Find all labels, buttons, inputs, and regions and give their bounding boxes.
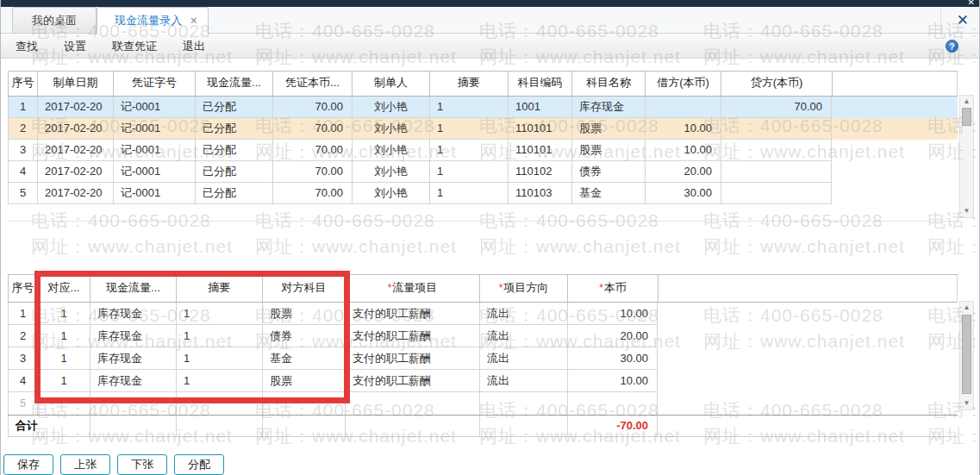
voucher-grid-row[interactable]: 52017-02-20记-0001已分配70.00刘小艳1110103基金30.… bbox=[8, 183, 958, 204]
table-cell[interactable]: 刘小艳 bbox=[352, 161, 429, 183]
table-cell[interactable]: 基金 bbox=[571, 183, 645, 204]
table-cell[interactable]: 流出 bbox=[479, 325, 567, 347]
table-cell[interactable]: 支付的职工薪酬 bbox=[345, 347, 479, 370]
toolbar-item-2[interactable]: 联查凭证 bbox=[112, 34, 157, 59]
table-cell[interactable] bbox=[262, 392, 345, 415]
table-cell[interactable]: 2017-02-20 bbox=[37, 140, 113, 161]
save-button[interactable]: 保存 bbox=[3, 454, 53, 475]
table-cell[interactable]: 2 bbox=[8, 118, 37, 140]
table-cell[interactable] bbox=[345, 392, 479, 415]
table-cell[interactable]: 库存现金 bbox=[571, 97, 645, 118]
table-cell[interactable]: 70.00 bbox=[721, 97, 832, 118]
tab-close-icon[interactable]: × bbox=[190, 14, 197, 27]
table-cell[interactable]: 1001 bbox=[508, 97, 571, 118]
table-cell[interactable]: 10.00 bbox=[567, 370, 658, 392]
table-cell[interactable] bbox=[90, 392, 176, 415]
table-cell[interactable]: 流出 bbox=[479, 303, 567, 325]
detail-grid-row[interactable]: 41库存现金1股票支付的职工薪酬流出10.00 bbox=[8, 370, 958, 392]
table-cell[interactable]: 1 bbox=[429, 118, 508, 140]
table-cell[interactable]: 110102 bbox=[508, 161, 571, 183]
toolbar-item-0[interactable]: 查找 bbox=[16, 34, 38, 59]
table-cell[interactable]: 1 bbox=[429, 183, 508, 204]
table-cell[interactable]: 3 bbox=[8, 347, 37, 370]
table-cell[interactable]: 1 bbox=[429, 97, 508, 118]
tab-item-0[interactable]: 我的桌面 bbox=[12, 7, 97, 33]
table-cell[interactable]: 刘小艳 bbox=[352, 118, 429, 140]
voucher-grid-row[interactable]: 32017-02-20记-0001已分配70.00刘小艳1110101股票10.… bbox=[8, 140, 958, 161]
scroll-up-icon[interactable]: ▲ bbox=[960, 302, 973, 314]
table-cell[interactable]: 库存现金 bbox=[90, 370, 176, 392]
table-cell[interactable]: 1 bbox=[37, 303, 90, 325]
window-close-icon[interactable]: ✕ bbox=[968, 0, 975, 7]
table-cell[interactable]: 1 bbox=[37, 347, 90, 370]
detail-grid-row[interactable]: 21库存现金1债券支付的职工薪酬流出20.00 bbox=[8, 325, 958, 347]
table-cell[interactable]: 支付的职工薪酬 bbox=[345, 325, 479, 347]
table-cell[interactable]: 70.00 bbox=[272, 140, 352, 161]
table-cell[interactable]: 30.00 bbox=[567, 347, 658, 370]
table-cell[interactable]: 支付的职工薪酬 bbox=[345, 303, 479, 325]
table-cell[interactable]: 记-0001 bbox=[113, 97, 195, 118]
prev-voucher-button[interactable]: 上张 bbox=[60, 454, 110, 475]
table-cell[interactable] bbox=[721, 118, 832, 140]
table-cell[interactable]: 20.00 bbox=[567, 325, 658, 347]
table-cell[interactable]: 70.00 bbox=[272, 97, 352, 118]
table-cell[interactable]: 流出 bbox=[479, 347, 567, 370]
table-cell[interactable]: 债券 bbox=[571, 161, 645, 183]
table-cell[interactable]: 2017-02-20 bbox=[37, 118, 113, 140]
table-cell[interactable]: 已分配 bbox=[195, 140, 272, 161]
detail-grid-row[interactable]: 31库存现金1基金支付的职工薪酬流出30.00 bbox=[8, 347, 958, 370]
tab-active-1[interactable]: 现金流量录入× bbox=[97, 7, 209, 34]
scrollbar-thumb[interactable] bbox=[962, 315, 971, 394]
table-cell[interactable]: 2017-02-20 bbox=[37, 97, 113, 118]
table-cell[interactable]: 5 bbox=[8, 392, 37, 415]
table-cell[interactable]: 记-0001 bbox=[113, 118, 195, 140]
table-cell[interactable]: 已分配 bbox=[195, 183, 272, 204]
voucher-grid-row[interactable]: 22017-02-20记-0001已分配70.00刘小艳1110101股票10.… bbox=[8, 118, 958, 140]
table-cell[interactable]: 110101 bbox=[508, 118, 571, 140]
table-cell[interactable]: 10.00 bbox=[645, 118, 721, 140]
table-cell[interactable]: 流出 bbox=[479, 370, 567, 392]
table-cell[interactable]: 已分配 bbox=[195, 97, 272, 118]
table-cell[interactable]: 已分配 bbox=[195, 161, 272, 183]
allocate-button[interactable]: 分配 bbox=[174, 454, 224, 475]
table-cell[interactable]: 刘小艳 bbox=[352, 140, 429, 161]
table-cell[interactable]: 1 bbox=[37, 370, 90, 392]
table-cell[interactable]: 股票 bbox=[262, 303, 345, 325]
detail-grid-scrollbar[interactable]: ▲ ▼ bbox=[959, 301, 974, 410]
scroll-down-icon[interactable]: ▼ bbox=[960, 205, 973, 217]
voucher-grid-row[interactable]: 42017-02-20记-0001已分配70.00刘小艳1110102债券20.… bbox=[8, 161, 958, 183]
table-cell[interactable]: 4 bbox=[8, 370, 37, 392]
voucher-grid-scrollbar[interactable]: ▲ ▼ bbox=[959, 95, 974, 218]
table-cell[interactable]: 20.00 bbox=[645, 161, 721, 183]
table-cell[interactable]: 1 bbox=[176, 347, 262, 370]
scroll-down-icon[interactable]: ▼ bbox=[960, 397, 973, 409]
next-voucher-button[interactable]: 下张 bbox=[117, 454, 167, 475]
table-cell[interactable]: 支付的职工薪酬 bbox=[345, 370, 479, 392]
table-cell[interactable]: 5 bbox=[8, 183, 37, 204]
table-cell[interactable]: 1 bbox=[176, 370, 262, 392]
table-cell[interactable]: 4 bbox=[8, 161, 37, 183]
table-cell[interactable]: 2017-02-20 bbox=[37, 161, 113, 183]
table-cell[interactable] bbox=[721, 183, 832, 204]
table-cell[interactable]: 已分配 bbox=[195, 118, 272, 140]
table-cell[interactable]: 1 bbox=[429, 140, 508, 161]
table-cell[interactable] bbox=[176, 392, 262, 415]
table-cell[interactable]: 110103 bbox=[508, 183, 571, 204]
table-cell[interactable]: 股票 bbox=[571, 140, 645, 161]
table-cell[interactable]: 记-0001 bbox=[113, 161, 195, 183]
table-cell[interactable]: 基金 bbox=[262, 347, 345, 370]
table-cell[interactable]: 1 bbox=[8, 303, 37, 325]
table-cell[interactable]: 1 bbox=[176, 325, 262, 347]
table-cell[interactable] bbox=[479, 392, 567, 415]
table-cell[interactable]: 债券 bbox=[262, 325, 345, 347]
table-cell[interactable]: 记-0001 bbox=[113, 140, 195, 161]
table-cell[interactable] bbox=[721, 140, 832, 161]
table-cell[interactable]: 10.00 bbox=[645, 140, 721, 161]
table-cell[interactable]: 70.00 bbox=[272, 118, 352, 140]
table-cell[interactable]: 2017-02-20 bbox=[37, 183, 113, 204]
table-cell[interactable]: 10.00 bbox=[567, 303, 658, 325]
detail-grid-row[interactable]: 11库存现金1股票支付的职工薪酬流出10.00 bbox=[8, 303, 958, 325]
table-cell[interactable]: 刘小艳 bbox=[352, 97, 429, 118]
table-cell[interactable]: 库存现金 bbox=[90, 303, 176, 325]
detail-grid-row[interactable]: 5 bbox=[8, 392, 958, 415]
